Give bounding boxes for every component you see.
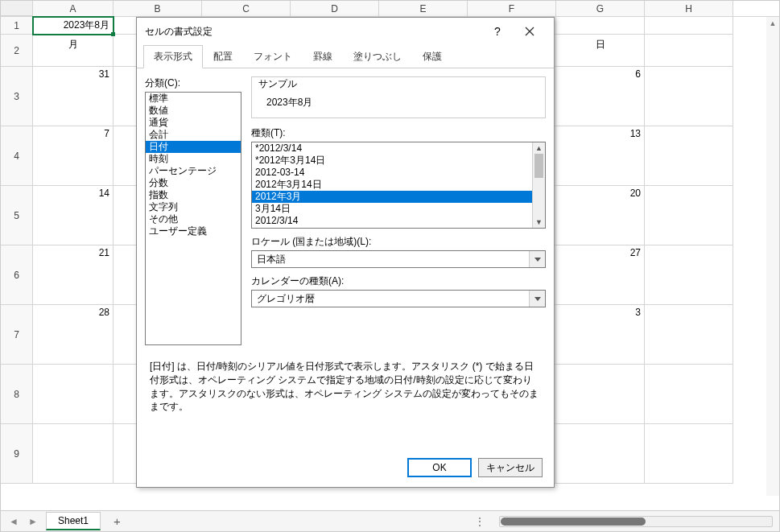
chevron-down-icon[interactable]: [529, 251, 545, 267]
ok-button[interactable]: OK: [407, 458, 472, 477]
tab-protection[interactable]: 保護: [412, 45, 452, 68]
locale-combobox[interactable]: 日本語: [251, 250, 546, 268]
category-item[interactable]: その他: [146, 213, 241, 225]
type-item[interactable]: 2012年3月14日: [252, 179, 545, 191]
category-item[interactable]: 日付: [146, 141, 241, 153]
select-all-corner[interactable]: [1, 1, 33, 16]
cell[interactable]: 21: [33, 245, 113, 305]
cell[interactable]: 14: [33, 186, 113, 245]
sample-value: 2023年8月: [258, 93, 539, 109]
row-header[interactable]: 4: [1, 126, 33, 186]
cell[interactable]: [645, 17, 733, 35]
help-button[interactable]: ?: [481, 19, 514, 43]
next-sheet-icon[interactable]: ►: [27, 515, 39, 528]
category-item[interactable]: 分数: [146, 177, 241, 189]
cell[interactable]: [645, 186, 733, 245]
col-header-A[interactable]: A: [33, 1, 113, 16]
cell[interactable]: 20: [556, 186, 645, 245]
tab-options-icon[interactable]: ⋮: [467, 516, 493, 527]
tab-fill[interactable]: 塗りつぶし: [343, 45, 412, 68]
cell[interactable]: [645, 35, 733, 67]
category-item[interactable]: 標準: [146, 93, 241, 105]
format-cells-dialog: セルの書式設定 ? 表示形式 配置 フォント 罫線 塗りつぶし 保護 分類(C)…: [136, 17, 555, 488]
cell[interactable]: 6: [556, 67, 645, 126]
scroll-down-icon[interactable]: ▼: [533, 217, 545, 228]
sheet-tab[interactable]: Sheet1: [46, 512, 101, 530]
col-header-H[interactable]: H: [645, 1, 733, 16]
cancel-button[interactable]: キャンセル: [478, 458, 543, 477]
chevron-down-icon[interactable]: [529, 291, 545, 307]
type-scrollbar[interactable]: ▲ ▼: [532, 142, 545, 228]
close-icon: [525, 27, 534, 36]
col-header-F[interactable]: F: [468, 1, 556, 16]
category-item[interactable]: 数値: [146, 105, 241, 117]
cell[interactable]: [33, 365, 113, 424]
tab-font[interactable]: フォント: [243, 45, 303, 68]
cell[interactable]: [645, 365, 733, 424]
type-item[interactable]: *2012/3/14: [252, 142, 545, 155]
close-button[interactable]: [514, 19, 546, 43]
cell[interactable]: [33, 424, 113, 484]
vertical-scrollbar[interactable]: ▲: [766, 17, 779, 496]
horizontal-scrollbar[interactable]: [499, 516, 773, 527]
type-item[interactable]: 2012年3月: [252, 191, 545, 203]
category-item[interactable]: パーセンテージ: [146, 165, 241, 177]
row-header[interactable]: 1: [1, 17, 33, 35]
category-item[interactable]: 指数: [146, 189, 241, 201]
scroll-up-icon[interactable]: ▲: [533, 142, 545, 154]
category-item[interactable]: ユーザー定義: [146, 225, 241, 237]
format-description: [日付] は、日付/時刻のシリアル値を日付形式で表示します。アスタリスク (*)…: [137, 353, 554, 420]
cell[interactable]: [556, 424, 645, 484]
category-listbox[interactable]: 標準数値通貨会計日付時刻パーセンテージ分数指数文字列その他ユーザー定義: [145, 92, 241, 345]
type-item[interactable]: 3月14日: [252, 203, 545, 215]
calendar-label: カレンダーの種類(A):: [251, 274, 546, 288]
row-header[interactable]: 8: [1, 365, 33, 424]
row-header[interactable]: 7: [1, 305, 33, 365]
col-header-G[interactable]: G: [556, 1, 645, 16]
col-header-C[interactable]: C: [202, 1, 291, 16]
scroll-up-icon[interactable]: ▲: [766, 17, 779, 30]
type-listbox[interactable]: *2012/3/14*2012年3月14日2012-03-142012年3月14…: [251, 142, 546, 229]
type-item[interactable]: 2012/3/14: [252, 215, 545, 227]
col-header-B[interactable]: B: [113, 1, 202, 16]
calendar-combobox[interactable]: グレゴリオ暦: [251, 290, 546, 307]
cell[interactable]: [556, 365, 645, 424]
tab-border[interactable]: 罫線: [303, 45, 343, 68]
cell[interactable]: [556, 17, 645, 35]
col-header-D[interactable]: D: [291, 1, 379, 16]
category-item[interactable]: 文字列: [146, 201, 241, 213]
cell[interactable]: [645, 305, 733, 365]
cell[interactable]: 28: [33, 305, 113, 365]
cell[interactable]: 7: [33, 126, 113, 186]
type-item[interactable]: 2012-03-14: [252, 167, 545, 179]
column-headers-row: A B C D E F G H: [1, 1, 779, 17]
category-item[interactable]: 時刻: [146, 153, 241, 165]
add-sheet-button[interactable]: +: [107, 514, 127, 528]
row-header[interactable]: 2: [1, 35, 33, 67]
cell[interactable]: 2023年8月: [33, 17, 113, 35]
cell[interactable]: 13: [556, 126, 645, 186]
row-header[interactable]: 3: [1, 67, 33, 126]
cell[interactable]: [645, 424, 733, 484]
cell[interactable]: [645, 245, 733, 305]
row-header[interactable]: 6: [1, 245, 33, 305]
prev-sheet-icon[interactable]: ◄: [7, 515, 20, 528]
dialog-tabs: 表示形式 配置 フォント 罫線 塗りつぶし 保護: [137, 45, 554, 68]
cell[interactable]: 月: [33, 35, 113, 67]
tab-number-format[interactable]: 表示形式: [143, 45, 203, 68]
dialog-titlebar[interactable]: セルの書式設定 ?: [137, 18, 554, 45]
cell[interactable]: 27: [556, 245, 645, 305]
type-item[interactable]: *2012年3月14日: [252, 155, 545, 167]
category-item[interactable]: 会計: [146, 129, 241, 141]
locale-label: ロケール (国または地域)(L):: [251, 235, 546, 249]
cell[interactable]: [645, 126, 733, 186]
cell[interactable]: 3: [556, 305, 645, 365]
tab-alignment[interactable]: 配置: [203, 45, 243, 68]
category-item[interactable]: 通貨: [146, 117, 241, 129]
cell[interactable]: 31: [33, 67, 113, 126]
row-header[interactable]: 5: [1, 186, 33, 245]
cell[interactable]: [645, 67, 733, 126]
col-header-E[interactable]: E: [379, 1, 468, 16]
cell[interactable]: 日: [556, 35, 645, 67]
row-header[interactable]: 9: [1, 424, 33, 484]
